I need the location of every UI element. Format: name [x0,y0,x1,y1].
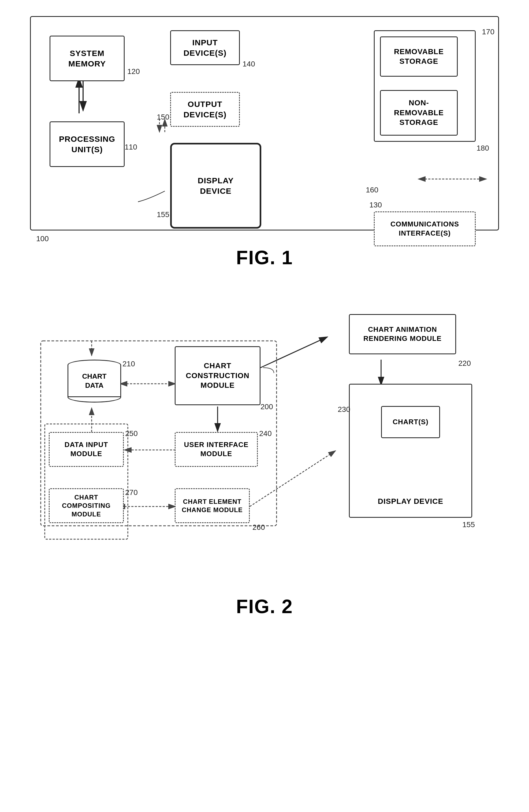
label-220: 220 [458,359,471,368]
label-150: 150 [157,113,170,121]
fig2-wrapper: CHART DATA 210 CHART CONSTRUCTION MODULE… [21,290,508,618]
chart-construction-label: CHART CONSTRUCTION MODULE [186,361,250,390]
storage-group: REMOVABLE STORAGE NON- REMOVABLE STORAGE [374,30,476,142]
right-column: 170 REMOVABLE STORAGE NON- REMOVABLE STO… [374,30,476,246]
output-devices-label: OUTPUT DEVICE(S) [183,99,227,120]
chart-construction-box: CHART CONSTRUCTION MODULE [175,346,261,405]
display-device-label-fig1: DISPLAY DEVICE [198,175,234,196]
label-200: 200 [261,403,273,411]
label-260: 260 [252,523,265,532]
processing-units-box: PROCESSING UNIT(S) [49,121,124,167]
label-210: 210 [122,360,135,368]
label-230: 230 [338,405,350,414]
non-removable-storage-label: NON- REMOVABLE STORAGE [394,98,444,127]
system-memory-box: SYSTEM MEMORY [49,35,124,81]
input-devices-label: INPUT DEVICE(S) [183,37,227,58]
fig2-title: FIG. 2 [236,595,293,618]
fig1-title: FIG. 1 [236,247,293,269]
non-removable-storage-box: NON- REMOVABLE STORAGE [380,90,458,135]
storage-group-wrapper: 170 REMOVABLE STORAGE NON- REMOVABLE STO… [374,30,476,142]
system-memory-label: SYSTEM MEMORY [68,48,106,69]
output-devices-box: OUTPUT DEVICE(S) [170,92,240,127]
cylinder-bottom [68,392,121,403]
label-160: 160 [366,186,378,194]
label-155-fig1: 155 [157,211,170,219]
label-130: 130 [369,201,382,209]
input-devices-box: INPUT DEVICE(S) [170,30,240,65]
label-120: 120 [127,67,140,76]
user-interface-box: USER INTERFACE MODULE [175,432,258,467]
removable-storage-label: REMOVABLE STORAGE [394,47,444,67]
charts-inner-box: CHART(S) [381,406,440,438]
label-270: 270 [125,488,138,497]
display-device-fig2-label: DISPLAY DEVICE [378,496,443,506]
fig2-area: CHART DATA 210 CHART CONSTRUCTION MODULE… [30,290,499,579]
chart-element-change-box: CHART ELEMENT CHANGE MODULE [175,488,250,523]
processing-units-label: PROCESSING UNIT(S) [59,134,115,155]
fig1-wrapper: 100 [21,16,508,269]
display-device-box-fig1: DISPLAY DEVICE [170,143,261,229]
svg-line-12 [261,337,327,368]
display-device-fig2: CHART(S) DISPLAY DEVICE [349,384,472,518]
chart-element-change-label: CHART ELEMENT CHANGE MODULE [182,497,243,514]
data-input-box: DATA INPUT MODULE [49,432,124,467]
fig1-outer-box: 100 [30,16,499,231]
communications-label: COMMUNICATIONS INTERFACE(S) [391,220,459,238]
center-column: INPUT DEVICE(S) 140 OUTPUT DEVICE(S) 150… [170,30,261,229]
chart-compositing-box: CHART COMPOSITING MODULE [49,488,124,523]
label-140: 140 [243,60,255,68]
removable-storage-box: REMOVABLE STORAGE [380,37,458,77]
label-100: 100 [36,234,49,243]
label-250: 250 [125,429,138,438]
main-container: 100 [21,16,508,618]
cylinder-shape: CHART DATA [68,360,121,403]
chart-animation-label: CHART ANIMATION RENDERING MODULE [363,325,442,343]
label-240: 240 [259,429,272,438]
label-110: 110 [124,143,137,151]
chart-compositing-label: CHART COMPOSITING MODULE [62,493,111,518]
label-155-fig2: 155 [462,520,475,529]
label-180: 180 [476,144,489,153]
label-170: 170 [482,28,495,36]
fig1-layout: SYSTEM MEMORY PROCESSING UNIT(S) 120 110… [42,28,484,215]
left-column: SYSTEM MEMORY PROCESSING UNIT(S) [49,35,124,167]
communications-box: COMMUNICATIONS INTERFACE(S) [374,212,476,246]
communications-wrapper: 130 COMMUNICATIONS INTERFACE(S) [374,212,476,246]
charts-label: CHART(S) [393,418,428,426]
chart-data-cylinder: CHART DATA [68,360,121,403]
user-interface-label: USER INTERFACE MODULE [184,440,249,459]
data-input-label: DATA INPUT MODULE [64,440,108,459]
svg-line-19 [250,451,336,507]
chart-animation-box: CHART ANIMATION RENDERING MODULE [349,314,456,354]
